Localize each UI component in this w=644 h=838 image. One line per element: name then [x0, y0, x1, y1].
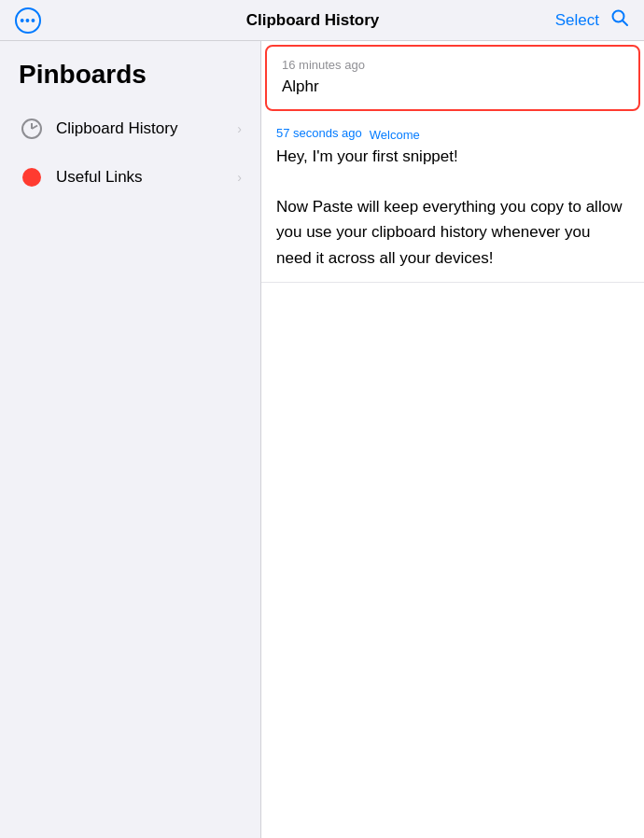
nav-bar-right: Select	[554, 8, 629, 32]
svg-point-0	[613, 11, 624, 22]
sidebar: Pinboards Clipboard History › Useful Lin…	[0, 41, 261, 838]
sidebar-item-label-clipboard: Clipboard History	[56, 119, 237, 138]
sidebar-title: Pinboards	[0, 60, 260, 105]
item-2-text: Hey, I'm your first snippet! Now Paste w…	[276, 144, 629, 271]
nav-title: Clipboard History	[246, 11, 380, 30]
clipboard-item-1[interactable]: 16 minutes ago Alphr	[265, 45, 640, 111]
sidebar-item-label-links: Useful Links	[56, 168, 237, 187]
item-2-tag: Welcome	[370, 128, 420, 142]
item-2-timestamp: 57 seconds ago	[276, 126, 362, 140]
item-2-timestamp-row: 57 seconds ago Welcome	[276, 126, 629, 144]
chevron-right-icon: ›	[237, 121, 242, 136]
clock-icon	[19, 116, 45, 142]
search-icon[interactable]	[610, 8, 629, 32]
select-button[interactable]: Select	[555, 11, 599, 30]
sidebar-item-clipboard-history[interactable]: Clipboard History ›	[0, 105, 260, 153]
ellipsis-icon: •••	[20, 14, 36, 27]
item-1-timestamp: 16 minutes ago	[282, 58, 623, 72]
nav-bar-center: Clipboard History	[71, 11, 554, 30]
clipboard-item-2[interactable]: 57 seconds ago Welcome Hey, I'm your fir…	[261, 115, 644, 283]
main-content: Pinboards Clipboard History › Useful Lin…	[0, 41, 644, 838]
app-container: ••• Clipboard History Select Pinboards	[0, 0, 644, 838]
nav-bar: ••• Clipboard History Select	[0, 0, 644, 41]
svg-line-1	[623, 21, 628, 26]
more-button[interactable]: •••	[15, 7, 41, 34]
content-panel: 16 minutes ago Alphr 57 seconds ago Welc…	[261, 41, 644, 838]
sidebar-item-useful-links[interactable]: Useful Links ›	[0, 153, 260, 202]
red-dot-icon	[19, 164, 45, 190]
nav-bar-left: •••	[15, 7, 71, 34]
chevron-right-icon-2: ›	[237, 170, 242, 185]
item-1-text: Alphr	[282, 76, 623, 98]
